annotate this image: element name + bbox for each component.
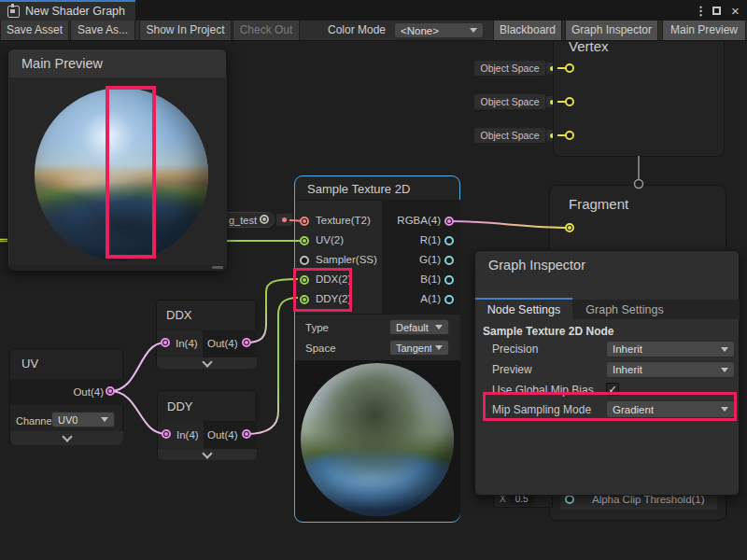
graph-inspector-toggle[interactable]: Graph Inspector <box>565 21 658 40</box>
document-tab[interactable]: New Shader Graph <box>0 0 135 21</box>
color-mode-label: Color Mode <box>328 21 386 40</box>
dropdown-arrow-icon <box>721 368 728 372</box>
port-rgba[interactable] <box>444 217 454 226</box>
toolbar: Save Asset Save As... Show In Project Ch… <box>0 21 747 41</box>
port-uv2[interactable] <box>300 236 309 245</box>
port-normal[interactable] <box>565 97 574 106</box>
annotation-mip-sampling-mode <box>483 392 737 421</box>
port-g[interactable] <box>444 256 454 265</box>
shader-graph-window: Vertex Position(3) Normal(3) Tangent(3) … <box>0 0 747 560</box>
check-out-button: Check Out <box>233 21 300 40</box>
preview-dropdown[interactable]: Inherit <box>606 361 735 378</box>
window-close-button[interactable]: × <box>731 0 740 21</box>
port-g-test[interactable] <box>260 215 269 224</box>
annotation-main-preview <box>106 86 156 259</box>
maximize-icon <box>712 7 721 15</box>
port-ddy-out[interactable] <box>242 429 251 439</box>
wire-rgba-basecolor[interactable] <box>450 221 570 228</box>
preview-label: Preview <box>492 363 532 376</box>
main-preview-footer <box>9 265 227 271</box>
graph-inspector-header[interactable]: Graph Inspector <box>475 251 739 279</box>
tab-graph-settings[interactable]: Graph Settings <box>572 300 677 319</box>
inspector-section-title: Sample Texture 2D Node <box>483 325 613 338</box>
annotation-ddx-ddy <box>293 268 352 312</box>
port-base-color[interactable] <box>565 223 574 232</box>
port-r[interactable] <box>444 236 454 245</box>
dropdown-arrow-icon <box>470 28 477 33</box>
port-tangent[interactable] <box>565 131 574 140</box>
wire-uvout-ddxin[interactable] <box>110 343 165 391</box>
graph-inspector-panel: Graph Inspector Node Settings Graph Sett… <box>474 250 740 496</box>
resize-grip[interactable] <box>212 266 223 269</box>
document-tab-title: New Shader Graph <box>25 5 125 18</box>
precision-label: Precision <box>492 343 538 356</box>
window-menu-button[interactable]: ⋮ <box>695 0 707 21</box>
port-ddy-in[interactable] <box>162 429 171 439</box>
port-a[interactable] <box>444 295 454 304</box>
window-maximize-button[interactable] <box>712 0 721 21</box>
port-b[interactable] <box>444 275 454 285</box>
port-sampler[interactable] <box>300 256 309 265</box>
show-in-project-button[interactable]: Show In Project <box>139 21 232 40</box>
blackboard-toggle[interactable]: Blackboard <box>493 21 562 40</box>
main-preview-header[interactable]: Main Preview <box>8 49 226 77</box>
shader-graph-icon <box>7 6 20 18</box>
precision-dropdown[interactable]: Inherit <box>606 341 735 357</box>
window-tab-bar: New Shader Graph <box>0 0 747 21</box>
wire-ddyout-ddy2[interactable] <box>247 298 298 434</box>
vertex-fragment-connector[interactable] <box>635 180 643 189</box>
wire-ddxout-ddx2[interactable] <box>247 279 298 343</box>
color-mode-dropdown[interactable]: <None> <box>394 22 484 38</box>
tab-node-settings[interactable]: Node Settings <box>475 300 572 319</box>
port-ddx-in[interactable] <box>161 338 170 347</box>
port-position[interactable] <box>565 63 574 73</box>
save-as-button[interactable]: Save As... <box>70 21 135 40</box>
port-alpha-clip[interactable] <box>565 495 574 504</box>
port-texture-t2[interactable] <box>300 217 309 226</box>
main-preview-toggle[interactable]: Main Preview <box>662 21 746 40</box>
port-ddx-out[interactable] <box>242 338 251 347</box>
wire-uvout-ddyin[interactable] <box>110 391 166 434</box>
dropdown-arrow-icon <box>721 347 728 352</box>
port-uv-out[interactable] <box>106 386 115 396</box>
save-asset-button[interactable]: Save Asset <box>0 21 69 40</box>
